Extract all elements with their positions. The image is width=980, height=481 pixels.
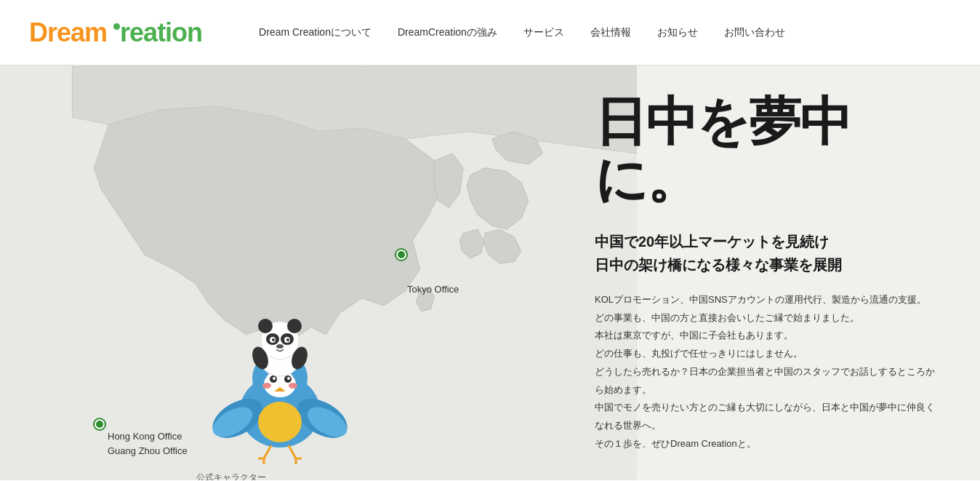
svg-line-18 (264, 445, 271, 458)
hk-dot (95, 419, 105, 429)
logo[interactable]: Dream reation (29, 17, 202, 48)
svg-point-8 (273, 377, 276, 380)
hero-text: 日中を夢中に。 中国で20年以上マーケットを見続け 日中の架け橋になる様々な事業… (573, 65, 980, 480)
svg-point-26 (258, 319, 273, 333)
mascot-area: 公式キャラクター PANDORI (167, 306, 393, 480)
nav-company[interactable]: 会社情報 (577, 26, 644, 39)
svg-point-10 (262, 383, 271, 389)
map-background: Tokyo Office Hong Kong Office Guang Zhou… (0, 65, 637, 480)
nav-strength[interactable]: DreamCreationの強み (385, 26, 510, 39)
hero-body: KOLプロモーション、中国SNSアカウントの運用代行、製造から流通の支援。 どの… (595, 291, 944, 453)
tokyo-dot (396, 250, 406, 260)
svg-point-33 (286, 338, 289, 341)
svg-line-21 (289, 445, 296, 458)
header: Dream reation Dream Creationについて DreamCr… (0, 0, 980, 65)
svg-point-9 (287, 377, 290, 380)
hero-subtitle: 中国で20年以上マーケットを見続け 日中の架け橋になる様々な事業を展開 (595, 230, 944, 277)
tokyo-label: Tokyo Office (407, 284, 459, 295)
main-nav: Dream Creationについて DreamCreationの強み サービス… (246, 26, 798, 39)
hero-title: 日中を夢中に。 (595, 93, 944, 208)
svg-point-27 (287, 319, 302, 333)
mascot-caption: 公式キャラクター PANDORI (196, 472, 393, 480)
nav-contact[interactable]: お問い合わせ (711, 26, 798, 39)
mascot-illustration (185, 306, 374, 466)
svg-point-32 (272, 338, 275, 341)
nav-news[interactable]: お知らせ (644, 26, 711, 39)
nav-about[interactable]: Dream Creationについて (246, 26, 385, 39)
hero-section: Tokyo Office Hong Kong Office Guang Zhou… (0, 65, 980, 480)
svg-point-11 (289, 383, 297, 389)
svg-point-34 (276, 344, 284, 349)
nav-service[interactable]: サービス (510, 26, 577, 39)
svg-point-17 (258, 402, 302, 442)
